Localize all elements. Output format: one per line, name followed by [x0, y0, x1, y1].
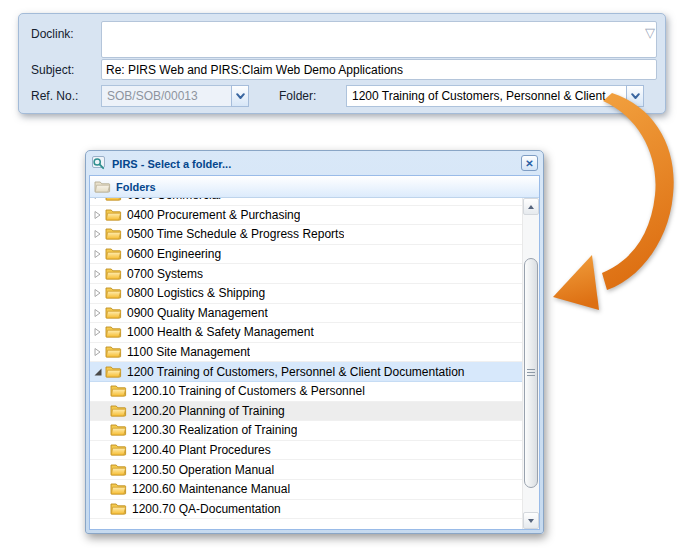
- folder-tree: 0300 Commercial 0400 Procurement & Purch…: [90, 198, 522, 529]
- twisty-slot[interactable]: [93, 229, 105, 239]
- folder-value: 1200 Training of Customers, Personnel & …: [346, 85, 626, 107]
- folder-icon: [105, 365, 122, 379]
- tree-row[interactable]: 0900 Quality Management: [90, 304, 522, 324]
- tree-item-label: 1200.30 Realization of Training: [132, 423, 297, 437]
- folder-combobox[interactable]: 1200 Training of Customers, Personnel & …: [346, 85, 644, 107]
- orange-curved-arrow: [545, 88, 687, 323]
- tree-item-label: 1100 Site Management: [127, 345, 250, 359]
- expand-arrow-icon[interactable]: [93, 210, 102, 220]
- expand-arrow-icon[interactable]: [93, 198, 102, 200]
- tree-wrap: 0300 Commercial 0400 Procurement & Purch…: [90, 198, 539, 529]
- tree-item-label: 0900 Quality Management: [127, 306, 268, 320]
- folder-icon: [105, 345, 122, 359]
- twisty-slot[interactable]: [93, 308, 105, 318]
- tree-item-label: 1200.70 QA-Documentation: [132, 502, 281, 516]
- folder-icon: [105, 208, 122, 222]
- scrollbar-thumb[interactable]: [524, 258, 538, 488]
- folder-icon: [105, 247, 122, 261]
- folder-trigger-button[interactable]: [626, 85, 644, 107]
- expand-arrow-icon[interactable]: [93, 288, 102, 298]
- thumb-grip-icon: [527, 369, 535, 377]
- expand-arrow-icon[interactable]: [93, 308, 102, 318]
- tree-item-label: 0800 Logistics & Shipping: [127, 286, 265, 300]
- twisty-slot[interactable]: [93, 288, 105, 298]
- folder-label: Folder:: [279, 89, 316, 103]
- tree-item-label: 1000 Health & Safety Management: [127, 325, 314, 339]
- dialog-body: Folders 0300 Commercial 0400 Procurement…: [89, 175, 540, 530]
- folder-icon: [110, 423, 127, 437]
- folder-icon: [110, 384, 127, 398]
- triangle-up-icon: [528, 205, 534, 209]
- ref-no-combobox[interactable]: SOB/SOB/00013: [101, 85, 249, 107]
- folders-panel-header: Folders: [90, 176, 539, 198]
- doclink-input[interactable]: [101, 21, 657, 58]
- tree-item-label: 1200 Training of Customers, Personnel & …: [127, 365, 465, 379]
- tree-row[interactable]: 0500 Time Schedule & Progress Reports: [90, 225, 522, 245]
- tree-row[interactable]: 0400 Procurement & Purchasing: [90, 206, 522, 226]
- twisty-slot[interactable]: [93, 347, 105, 357]
- tree-row[interactable]: 1100 Site Management: [90, 343, 522, 363]
- tree-item-label: 1200.60 Maintenance Manual: [132, 482, 290, 496]
- ref-no-trigger-button[interactable]: [231, 85, 249, 107]
- ref-no-label: Ref. No.:: [31, 89, 78, 103]
- folder-icon: [110, 502, 127, 516]
- tree-item-label: 1200.40 Plant Procedures: [132, 443, 271, 457]
- expand-arrow-icon[interactable]: [93, 347, 102, 357]
- tree-row[interactable]: 1200.10 Training of Customers & Personne…: [90, 382, 522, 402]
- expand-arrow-icon[interactable]: [93, 249, 102, 259]
- window-icon: [91, 155, 107, 171]
- folder-icon: [105, 286, 122, 300]
- doclink-dropdown-icon[interactable]: ▽: [645, 27, 655, 39]
- tree-item-label: 1200.20 Planning of Training: [132, 404, 285, 418]
- folder-icon: [105, 198, 122, 202]
- expand-arrow-icon[interactable]: [93, 269, 102, 279]
- twisty-slot[interactable]: [93, 269, 105, 279]
- select-folder-dialog: PIRS - Select a folder... ✕ Folders 0300…: [85, 150, 544, 534]
- twisty-slot[interactable]: [93, 367, 105, 377]
- arrowhead: [553, 255, 599, 310]
- folder-icon: [110, 443, 127, 457]
- twisty-slot[interactable]: [93, 327, 105, 337]
- tree-item-label: 0600 Engineering: [127, 247, 221, 261]
- tree-row[interactable]: 0300 Commercial: [90, 198, 522, 206]
- tree-row[interactable]: 0800 Logistics & Shipping: [90, 284, 522, 304]
- doclink-label: Doclink:: [31, 27, 74, 41]
- tree-row[interactable]: 1200.50 Operation Manual: [90, 460, 522, 480]
- folders-header-label: Folders: [116, 181, 156, 193]
- twisty-slot[interactable]: [93, 198, 105, 200]
- tree-row[interactable]: 0700 Systems: [90, 264, 522, 284]
- tree-row[interactable]: 1200.40 Plant Procedures: [90, 441, 522, 461]
- tree-item-label: 1200.50 Operation Manual: [132, 463, 274, 477]
- collapse-arrow-icon[interactable]: [93, 367, 103, 377]
- dialog-titlebar[interactable]: PIRS - Select a folder... ✕: [86, 151, 543, 175]
- tree-row[interactable]: 1200 Training of Customers, Personnel & …: [90, 362, 522, 382]
- tree-item-label: 0400 Procurement & Purchasing: [127, 208, 300, 222]
- folder-icon: [110, 463, 127, 477]
- subject-label: Subject:: [31, 63, 74, 77]
- tree-row[interactable]: 1000 Health & Safety Management: [90, 323, 522, 343]
- folder-icon: [105, 306, 122, 320]
- expand-arrow-icon[interactable]: [93, 327, 102, 337]
- chevron-down-icon: [236, 93, 245, 100]
- tree-row[interactable]: 1200.20 Planning of Training: [90, 402, 522, 422]
- pale-folder-icon: [94, 180, 111, 194]
- vertical-scrollbar[interactable]: [522, 198, 539, 529]
- tree-row[interactable]: 1200.30 Realization of Training: [90, 421, 522, 441]
- tree-item-label: 0500 Time Schedule & Progress Reports: [127, 227, 344, 241]
- tree-row[interactable]: 1200.70 QA-Documentation: [90, 500, 522, 520]
- scroll-up-button[interactable]: [523, 198, 539, 215]
- folder-icon: [105, 267, 122, 281]
- expand-arrow-icon[interactable]: [93, 229, 102, 239]
- tree-row[interactable]: 1200.60 Maintenance Manual: [90, 480, 522, 500]
- folder-icon: [110, 404, 127, 418]
- tree-item-label: 0300 Commercial: [127, 198, 221, 202]
- twisty-slot[interactable]: [93, 210, 105, 220]
- folder-icon: [105, 227, 122, 241]
- close-button[interactable]: ✕: [521, 155, 538, 171]
- chevron-down-icon: [631, 93, 640, 100]
- twisty-slot[interactable]: [93, 249, 105, 259]
- subject-input[interactable]: [101, 59, 657, 80]
- close-icon: ✕: [525, 158, 533, 169]
- scroll-down-button[interactable]: [523, 512, 539, 529]
- tree-row[interactable]: 0600 Engineering: [90, 245, 522, 265]
